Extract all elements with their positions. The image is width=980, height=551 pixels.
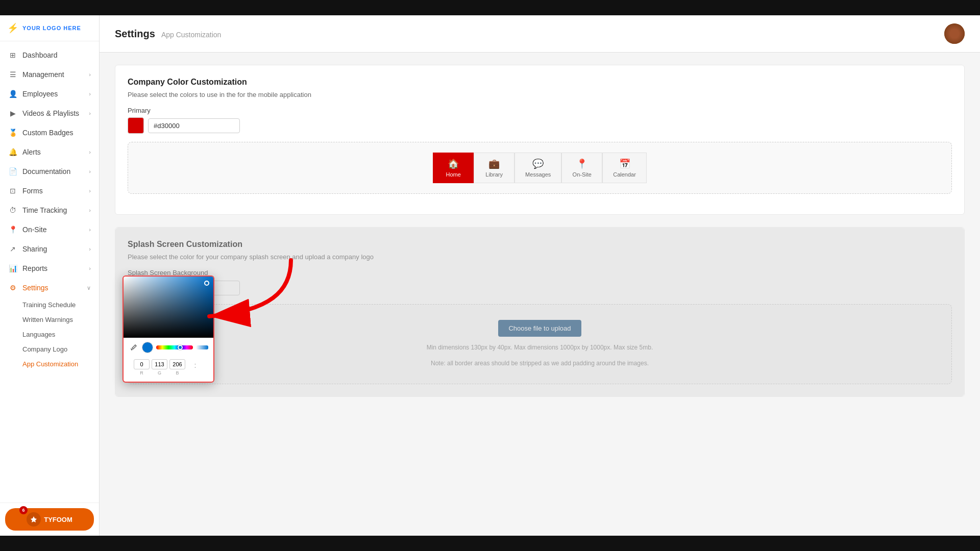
videos-icon: ▶	[8, 109, 17, 118]
sidebar-item-time-tracking[interactable]: ⏱ Time Tracking ›	[0, 201, 99, 220]
color-section-desc: Please select the colors to use in the f…	[128, 91, 952, 98]
mobile-nav-calendar-label: Calendar	[613, 171, 636, 178]
mobile-nav-library-label: Library	[485, 171, 503, 178]
sidebar-item-label: Time Tracking	[22, 206, 67, 214]
sidebar-item-label: Custom Badges	[22, 129, 74, 137]
content-body: Company Color Customization Please selec…	[100, 53, 980, 421]
notification-badge: 6	[19, 506, 28, 514]
page-title: Settings	[115, 28, 155, 40]
bottom-bar	[0, 536, 980, 551]
sidebar-item-employees[interactable]: 👤 Employees ›	[0, 84, 99, 104]
sidebar-item-forms[interactable]: ⊡ Forms ›	[0, 181, 99, 201]
eyedropper-button[interactable]	[129, 342, 139, 353]
mobile-nav-onsite[interactable]: 📍 On-Site	[561, 153, 602, 183]
mobile-nav-messages-label: Messages	[525, 171, 551, 178]
avatar[interactable]	[944, 23, 965, 44]
main-content: Settings App Customization Company Color…	[100, 15, 980, 536]
sidebar-item-sharing[interactable]: ↗ Sharing ›	[0, 239, 99, 259]
splash-color-row	[128, 280, 952, 296]
sidebar-sub-training-schedule[interactable]: Training Schedule	[22, 297, 99, 312]
primary-color-row	[128, 117, 952, 134]
page-header: Settings App Customization	[100, 15, 980, 53]
chevron-right-icon: ›	[89, 227, 91, 233]
mode-input-group: :	[187, 359, 203, 375]
sidebar-item-dashboard[interactable]: ⊞ Dashboard	[0, 45, 99, 65]
g-input-group: G	[152, 359, 167, 375]
primary-color-swatch[interactable]	[128, 117, 144, 134]
splash-section-title: Splash Screen Customization	[128, 240, 952, 249]
hue-controls-row	[129, 342, 208, 353]
messages-icon: 💬	[532, 158, 544, 169]
sidebar-item-videos[interactable]: ▶ Videos & Playlists ›	[0, 104, 99, 123]
sidebar-item-label: Documentation	[22, 167, 70, 176]
mobile-nav-home-label: Home	[446, 171, 460, 178]
sidebar-item-label: Reports	[22, 264, 47, 272]
sidebar-logo[interactable]: ⚡ YOUR LOGO HERE	[0, 15, 99, 41]
primary-color-input[interactable]	[148, 118, 240, 133]
sidebar-sub-app-customization[interactable]: App Customization	[22, 357, 99, 371]
b-input[interactable]	[169, 359, 185, 369]
opacity-strip[interactable]	[196, 345, 208, 349]
custom-badges-icon: 🏅	[8, 128, 17, 137]
sidebar-item-label: Videos & Playlists	[22, 109, 79, 117]
sidebar-item-label: Management	[22, 70, 64, 79]
settings-icon: ⚙	[8, 283, 17, 292]
mobile-nav-calendar[interactable]: 📅 Calendar	[602, 153, 647, 183]
chevron-right-icon: ›	[89, 168, 91, 174]
color-picker-cursor[interactable]	[204, 281, 209, 286]
hue-slider-thumb[interactable]	[178, 345, 183, 350]
splash-bg-label: Splash Screen Background	[128, 269, 952, 277]
sharing-icon: ↗	[8, 244, 17, 254]
sidebar-item-label: Employees	[22, 90, 58, 98]
sidebar-item-label: On-Site	[22, 226, 46, 234]
mobile-nav-preview: 🏠 Home 💼 Library 💬 Messages	[128, 142, 952, 194]
sidebar-item-management[interactable]: ☰ Management ›	[0, 65, 99, 84]
color-section-title: Company Color Customization	[128, 78, 952, 87]
r-input[interactable]	[134, 359, 150, 369]
sidebar-sub-written-warnings[interactable]: Written Warnings	[22, 312, 99, 327]
sidebar-item-label: Alerts	[22, 148, 41, 156]
color-picker-popup[interactable]: R G B :	[122, 276, 214, 383]
sidebar-item-label: Dashboard	[22, 51, 58, 59]
sidebar-item-label: Sharing	[22, 245, 47, 253]
documentation-icon: 📄	[8, 167, 17, 176]
alerts-icon: 🔔	[8, 147, 17, 157]
color-customization-section: Company Color Customization Please selec…	[115, 65, 965, 215]
top-bar	[0, 0, 980, 15]
r-input-group: R	[134, 359, 150, 375]
g-input[interactable]	[152, 359, 167, 369]
chevron-right-icon: ›	[89, 207, 91, 213]
sidebar-item-label: Settings	[22, 284, 48, 292]
mobile-nav-home[interactable]: 🏠 Home	[433, 153, 474, 183]
sidebar-item-settings[interactable]: ⚙ Settings ∨	[0, 278, 99, 297]
sidebar-item-reports[interactable]: 📊 Reports ›	[0, 259, 99, 278]
color-mode-indicator[interactable]: :	[194, 359, 197, 369]
color-picker-gradient[interactable]	[124, 277, 213, 338]
header-title-group: Settings App Customization	[115, 28, 221, 40]
color-preview-circle	[142, 342, 153, 353]
chevron-right-icon: ›	[89, 188, 91, 194]
tyfoom-icon	[27, 512, 41, 527]
hue-slider[interactable]	[156, 345, 193, 349]
chevron-right-icon: ›	[89, 265, 91, 271]
choose-file-button[interactable]: Choose file to upload	[498, 320, 581, 337]
reports-icon: 📊	[8, 264, 17, 273]
avatar-image	[944, 23, 965, 44]
sidebar-item-on-site[interactable]: 📍 On-Site ›	[0, 220, 99, 239]
sidebar-item-documentation[interactable]: 📄 Documentation ›	[0, 162, 99, 181]
mobile-nav-library[interactable]: 💼 Library	[474, 153, 514, 183]
sidebar-item-custom-badges[interactable]: 🏅 Custom Badges	[0, 123, 99, 142]
primary-color-label: Primary	[128, 107, 952, 114]
mobile-nav-bar: 🏠 Home 💼 Library 💬 Messages	[433, 153, 647, 183]
page-subtitle: App Customization	[161, 31, 222, 39]
sidebar-item-alerts[interactable]: 🔔 Alerts ›	[0, 142, 99, 162]
settings-sub-menu: Training Schedule Written Warnings Langu…	[0, 297, 99, 371]
sidebar-sub-languages[interactable]: Languages	[22, 327, 99, 342]
sidebar-sub-company-logo[interactable]: Company Logo	[22, 342, 99, 357]
logo-bolt-icon: ⚡	[7, 22, 18, 34]
sidebar-bottom: TYFOOM 6	[0, 503, 99, 536]
mobile-nav-messages[interactable]: 💬 Messages	[514, 153, 561, 183]
tyfoom-button[interactable]: TYFOOM 6	[5, 508, 94, 531]
b-label: B	[176, 370, 179, 375]
logo-text: YOUR LOGO HERE	[22, 25, 81, 31]
